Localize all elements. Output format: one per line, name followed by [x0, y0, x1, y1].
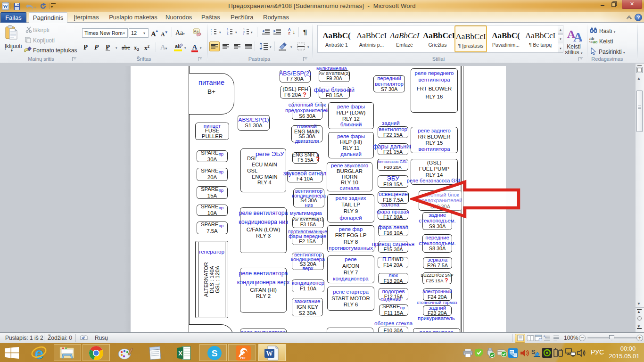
svg-text:PDF: PDF	[240, 356, 247, 360]
svg-text:X: X	[178, 350, 182, 357]
svg-text:W: W	[266, 350, 273, 357]
svg-text:S: S	[212, 348, 218, 358]
